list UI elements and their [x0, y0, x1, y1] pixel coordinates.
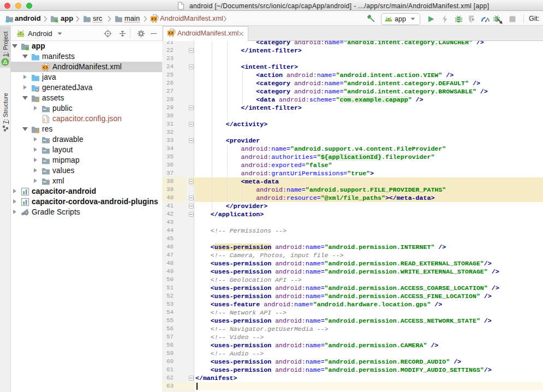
svg-text:1: Project: 1: Project	[2, 32, 9, 57]
svg-text:7: Structure: 7: Structure	[2, 93, 9, 124]
